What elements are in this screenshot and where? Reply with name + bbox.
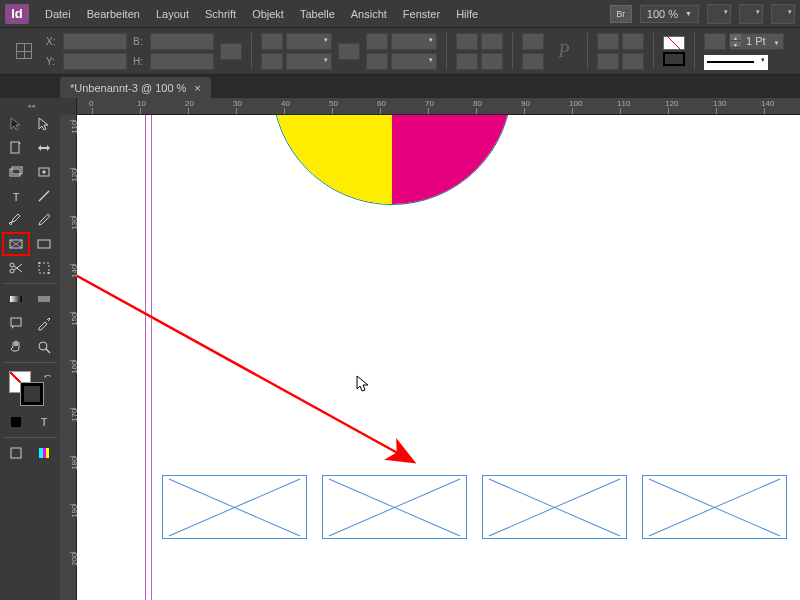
hand-tool[interactable]	[3, 336, 29, 358]
ruler-origin[interactable]	[60, 98, 77, 115]
align-3[interactable]	[597, 53, 619, 70]
pie-chart-object[interactable]	[272, 115, 512, 205]
shear-icon	[366, 53, 388, 70]
vertical-ruler[interactable]: 110120130140150160170180190200	[60, 115, 77, 600]
placeholder-frame[interactable]	[642, 475, 787, 539]
content-collector-tool[interactable]	[3, 161, 29, 183]
bridge-button[interactable]: Br	[610, 5, 632, 23]
svg-point-18	[39, 342, 47, 350]
arrange-button[interactable]	[739, 4, 763, 24]
w-input[interactable]	[150, 33, 214, 50]
fill-stroke-tool[interactable]: ⤺	[3, 369, 57, 407]
type-tool[interactable]: T	[3, 185, 29, 207]
x-label: X:	[46, 36, 60, 47]
tab-title: *Unbenannt-3 @ 100 %	[70, 82, 186, 94]
placeholder-frame[interactable]	[322, 475, 467, 539]
svg-rect-24	[43, 448, 46, 458]
align-2[interactable]	[622, 33, 644, 50]
placeholder-frame[interactable]	[482, 475, 627, 539]
menu-datei[interactable]: Datei	[37, 4, 79, 24]
scissors-tool[interactable]	[3, 257, 29, 279]
rectangle-tool[interactable]	[31, 233, 57, 255]
rotate-cw-button[interactable]	[481, 33, 503, 50]
text-format-button[interactable]: T	[31, 411, 57, 433]
swap-fill-stroke-icon[interactable]: ⤺	[44, 371, 52, 381]
fill-swatch[interactable]	[663, 36, 685, 50]
menu-layout[interactable]: Layout	[148, 4, 197, 24]
view-options-button[interactable]	[771, 4, 795, 24]
rotate-input[interactable]	[391, 33, 437, 50]
flip-v-button[interactable]	[481, 53, 503, 70]
menu-bearbeiten[interactable]: Bearbeiten	[79, 4, 148, 24]
scale-x-icon	[261, 33, 283, 50]
menu-tabelle[interactable]: Tabelle	[292, 4, 343, 24]
pie-slice-yellow	[273, 115, 392, 204]
paragraph-style-icon[interactable]: P	[550, 37, 578, 65]
free-transform-tool[interactable]	[31, 257, 57, 279]
flip-h-button[interactable]	[456, 53, 478, 70]
menu-fenster[interactable]: Fenster	[395, 4, 448, 24]
guide-vertical[interactable]	[151, 115, 152, 600]
zoom-tool[interactable]	[31, 336, 57, 358]
scale-y-input[interactable]	[286, 53, 332, 70]
content-placer-tool[interactable]	[31, 161, 57, 183]
h-input[interactable]	[150, 53, 214, 70]
stroke-weight-input[interactable]: ▴▾ 1 Pt	[729, 33, 784, 50]
svg-text:T: T	[13, 191, 20, 203]
tab-close-button[interactable]: ×	[194, 82, 200, 94]
pencil-tool[interactable]	[31, 209, 57, 231]
note-tool[interactable]	[3, 312, 29, 334]
fill-stroke-swatch[interactable]	[663, 36, 685, 66]
menu-schrift[interactable]: Schrift	[197, 4, 244, 24]
svg-point-11	[10, 269, 14, 273]
reference-point-proxy[interactable]	[8, 35, 40, 67]
align-4[interactable]	[622, 53, 644, 70]
stroke-color[interactable]	[21, 383, 43, 405]
horizontal-ruler[interactable]: 0102030405060708090100110120130140	[60, 98, 800, 115]
x-input[interactable]	[63, 33, 127, 50]
line-tool[interactable]	[31, 185, 57, 207]
gradient-swatch-tool[interactable]	[3, 288, 29, 310]
zoom-dropdown[interactable]: 100 %	[640, 5, 699, 23]
constrain-scale-button[interactable]	[338, 43, 360, 60]
align-1[interactable]	[597, 33, 619, 50]
pen-tool[interactable]	[3, 209, 29, 231]
guide-vertical[interactable]	[145, 115, 146, 600]
view-mode-normal[interactable]	[3, 442, 29, 464]
svg-rect-22	[11, 448, 21, 458]
pie-slice-magenta	[392, 115, 511, 204]
svg-text:T: T	[41, 416, 48, 428]
rectangle-frame-tool[interactable]	[3, 233, 29, 255]
document-tab[interactable]: *Unbenannt-3 @ 100 % ×	[60, 77, 211, 98]
y-input[interactable]	[63, 53, 127, 70]
document-canvas[interactable]	[77, 115, 800, 600]
svg-line-5	[39, 191, 49, 201]
placeholder-frame[interactable]	[162, 475, 307, 539]
menu-hilfe[interactable]: Hilfe	[448, 4, 486, 24]
page-tool[interactable]	[3, 137, 29, 159]
svg-rect-17	[11, 318, 21, 326]
menu-objekt[interactable]: Objekt	[244, 4, 292, 24]
menu-ansicht[interactable]: Ansicht	[343, 4, 395, 24]
page	[77, 115, 800, 600]
shear-input[interactable]	[391, 53, 437, 70]
screen-mode-button[interactable]	[707, 4, 731, 24]
scale-x-input[interactable]	[286, 33, 332, 50]
y-label: Y:	[46, 56, 60, 67]
constrain-button[interactable]	[220, 43, 242, 60]
view-mode-preview[interactable]	[31, 442, 57, 464]
h-label: H:	[133, 56, 147, 67]
select-container-button[interactable]	[522, 33, 544, 50]
stroke-style-dropdown[interactable]	[704, 55, 768, 70]
apply-color-button[interactable]	[3, 411, 29, 433]
direct-selection-tool[interactable]	[31, 113, 57, 135]
rotate-ccw-button[interactable]	[456, 33, 478, 50]
gradient-feather-tool[interactable]	[31, 288, 57, 310]
eyedropper-tool[interactable]	[31, 312, 57, 334]
selection-tool[interactable]	[3, 113, 29, 135]
stroke-swatch[interactable]	[663, 52, 685, 66]
svg-rect-15	[10, 296, 22, 302]
select-content-button[interactable]	[522, 53, 544, 70]
panel-collapse-handle[interactable]	[3, 102, 57, 110]
gap-tool[interactable]	[31, 137, 57, 159]
